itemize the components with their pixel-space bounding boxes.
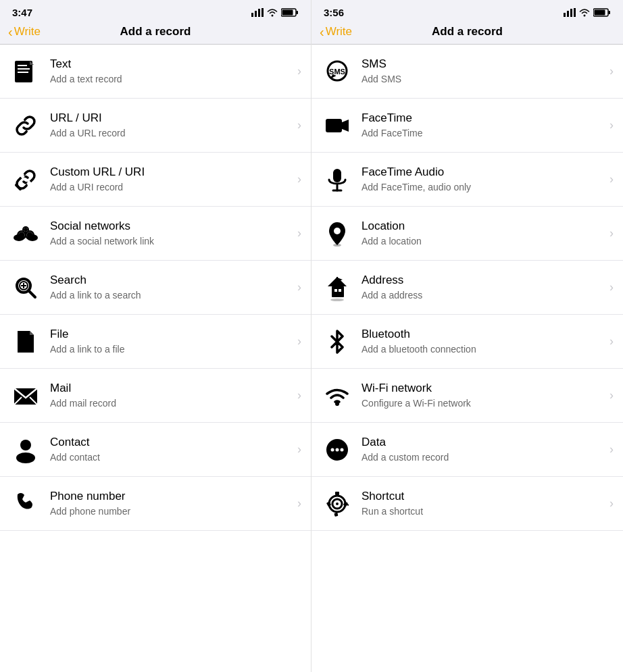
wifi-icon-left (267, 8, 278, 17)
wifi-network-icon (321, 380, 353, 412)
page-title-right: Add a record (432, 25, 503, 38)
item-subtitle-wifi: Configure a Wi-Fi network (362, 397, 604, 409)
item-title-contact: Contact (50, 435, 292, 450)
svg-rect-41 (574, 8, 576, 17)
svg-point-4 (272, 15, 274, 17)
svg-point-37 (16, 453, 35, 463)
svg-rect-71 (335, 492, 339, 495)
item-text-facetime: FaceTime Add FaceTime (362, 111, 604, 139)
chevron-icon-bluetooth: › (609, 334, 614, 348)
item-title-facetime-audio: FaceTime Audio (362, 165, 604, 180)
list-item-text[interactable]: Text Add a text record › (0, 45, 311, 99)
item-title-facetime: FaceTime (362, 111, 604, 126)
list-item-url[interactable]: URL / URI Add a URL record › (0, 99, 311, 153)
list-item-custom-url[interactable]: Custom URL / URI Add a URI record › (0, 153, 311, 207)
back-label-left: Write (14, 25, 41, 38)
item-subtitle-mail: Add mail record (50, 397, 292, 409)
location-icon (321, 217, 353, 250)
list-item-address[interactable]: Address Add a address › (312, 261, 623, 315)
chevron-left-icon-right: ‹ (320, 24, 324, 40)
item-subtitle-shortcut: Run a shortcut (362, 505, 604, 517)
svg-rect-6 (297, 11, 299, 14)
item-title-mail: Mail (50, 381, 292, 396)
shortcut-icon (321, 488, 353, 520)
list-item-contact[interactable]: Contact Add contact › (0, 423, 311, 477)
wifi-icon-right (579, 8, 590, 17)
chevron-icon-custom-url: › (297, 172, 301, 186)
back-button-right[interactable]: ‹ Write (320, 24, 352, 40)
social-icon (9, 217, 42, 250)
item-subtitle-data: Add a custom record (362, 451, 604, 463)
svg-rect-44 (609, 11, 611, 14)
list-item-file[interactable]: File Add a link to a file › (0, 315, 311, 369)
list-item-bluetooth[interactable]: Bluetooth Add a bluetooth connection › (312, 315, 623, 369)
chevron-icon-mail: › (297, 388, 301, 403)
list-item-location[interactable]: Location Add a location › (312, 207, 623, 261)
list-item-phone[interactable]: Phone number Add phone number › (0, 477, 311, 531)
item-text-location: Location Add a location (362, 219, 604, 247)
facetime-icon (321, 109, 353, 142)
back-label-right: Write (326, 25, 352, 38)
time-right: 3:56 (324, 7, 344, 18)
list-item-search[interactable]: Search Add a link to a search › (0, 261, 311, 315)
sms-icon: SMS (321, 55, 353, 88)
svg-marker-32 (30, 331, 34, 335)
bluetooth-icon (321, 326, 353, 358)
chevron-icon-facetime: › (609, 118, 614, 132)
list-item-data[interactable]: Data Add a custom record › (312, 423, 623, 477)
back-button-left[interactable]: ‹ Write (8, 24, 41, 40)
svg-point-26 (27, 234, 38, 241)
svg-point-24 (24, 228, 28, 232)
item-text-bluetooth: Bluetooth Add a bluetooth connection (362, 327, 604, 355)
svg-point-53 (334, 228, 341, 234)
list-item-wifi[interactable]: Wi-Fi network Configure a Wi-Fi network … (312, 369, 623, 423)
svg-point-25 (14, 234, 24, 241)
svg-rect-39 (567, 11, 569, 17)
svg-rect-72 (343, 501, 348, 507)
chevron-icon-url: › (297, 118, 301, 132)
chevron-icon-facetime-audio: › (609, 172, 614, 186)
status-bar-right: 3:56 (312, 0, 623, 21)
list-item-facetime-audio[interactable]: FaceTime Audio Add FaceTime, audio only … (312, 153, 623, 207)
item-text-custom-url: Custom URL / URI Add a URI record (50, 165, 292, 193)
item-subtitle-contact: Add contact (50, 451, 292, 463)
svg-point-65 (336, 448, 339, 451)
signal-icon-right (564, 8, 576, 17)
svg-rect-40 (570, 9, 572, 17)
list-item-mail[interactable]: Mail Add mail record › (0, 369, 311, 423)
item-title-location: Location (362, 219, 604, 234)
item-text-file: File Add a link to a file (50, 327, 292, 355)
item-text-sms: SMS Add SMS (362, 57, 604, 85)
svg-text:SMS: SMS (329, 68, 345, 76)
item-text-address: Address Add a address (362, 273, 604, 301)
list-item-sms[interactable]: SMS SMS Add SMS › (312, 45, 623, 99)
svg-line-13 (21, 175, 24, 178)
item-text-facetime-audio: FaceTime Audio Add FaceTime, audio only (362, 165, 604, 193)
item-subtitle-search: Add a link to a search (50, 289, 292, 301)
right-panel: 3:56 ‹ Write Add a record (312, 0, 623, 672)
svg-rect-1 (255, 11, 257, 17)
item-text-social: Social networks Add a social network lin… (50, 219, 292, 247)
signal-icon-left (251, 8, 264, 17)
facetime-audio-icon (321, 163, 353, 196)
svg-rect-2 (258, 9, 260, 17)
chevron-icon-contact: › (297, 442, 301, 457)
chevron-icon-sms: › (609, 64, 614, 78)
svg-rect-45 (595, 10, 605, 16)
left-panel: 3:47 ‹ (0, 0, 312, 672)
svg-point-36 (20, 440, 31, 450)
svg-line-14 (28, 182, 30, 184)
item-subtitle-address: Add a address (362, 289, 604, 301)
list-item-shortcut[interactable]: Shortcut Run a shortcut › (312, 477, 623, 531)
svg-rect-73 (326, 501, 331, 507)
svg-rect-74 (334, 512, 338, 516)
item-title-phone: Phone number (50, 489, 292, 504)
svg-rect-58 (339, 289, 341, 292)
chevron-icon-search: › (297, 280, 301, 294)
svg-rect-57 (334, 289, 337, 292)
svg-line-28 (28, 290, 35, 297)
list-item-social[interactable]: Social networks Add a social network lin… (0, 207, 311, 261)
battery-icon-left (281, 8, 299, 17)
list-item-facetime[interactable]: FaceTime Add FaceTime › (312, 99, 623, 153)
contact-icon (9, 434, 42, 466)
